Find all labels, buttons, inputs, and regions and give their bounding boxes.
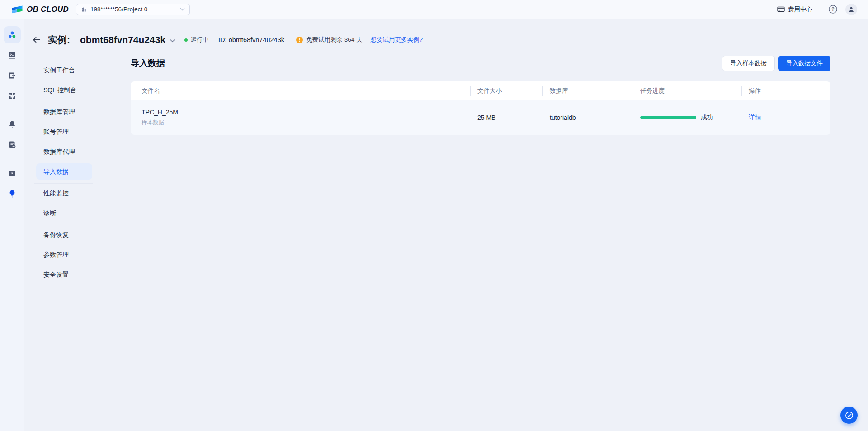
rail-item-videos[interactable] — [4, 165, 21, 182]
menu-divider — [34, 102, 93, 102]
topbar-right: 费用中心 ? — [777, 4, 857, 15]
sidebar-item-performance-monitoring[interactable]: 性能监控 — [36, 185, 92, 201]
sidebar-item-sql-console[interactable]: SQL 控制台 — [36, 82, 92, 98]
topbar: OB CLOUD 198******56/Project 0 — [0, 0, 868, 19]
rail-divider — [5, 110, 19, 110]
menu-divider — [34, 183, 93, 184]
column-header-file-name: 文件名 — [131, 81, 470, 100]
building-icon — [81, 6, 87, 12]
ob-cloud-logo[interactable]: OB CLOUD — [11, 5, 69, 14]
trial-more-link[interactable]: 想要试用更多实例? — [371, 36, 423, 44]
sidebar-item-security-settings[interactable]: 安全设置 — [36, 266, 92, 283]
lightbulb-tips-icon — [8, 189, 17, 198]
trial-text: 免费试用剩余 364 天 — [306, 36, 363, 44]
sql-console-icon — [8, 51, 17, 60]
rail-item-instances[interactable] — [4, 26, 21, 43]
task-status-fab[interactable] — [840, 407, 858, 424]
help-icon[interactable]: ? — [827, 4, 838, 15]
sidebar-item-parameter-management[interactable]: 参数管理 — [36, 246, 92, 263]
ob-cloud-logo-icon — [11, 5, 24, 14]
instances-icon — [7, 30, 17, 40]
audit-doc-check-icon — [8, 140, 17, 149]
left-icon-rail — [0, 19, 24, 431]
file-tag: 样本数据 — [142, 119, 470, 127]
rail-item-audit[interactable] — [4, 136, 21, 153]
sidebar-item-database-management[interactable]: 数据库管理 — [36, 104, 92, 120]
user-avatar-icon[interactable] — [845, 4, 857, 15]
billing-center-label: 费用中心 — [788, 5, 812, 14]
trial-badge: ! 免费试用剩余 364 天 — [296, 36, 363, 44]
cell-task-progress: 成功 — [633, 114, 741, 122]
sidebar-item-instance-workbench[interactable]: 实例工作台 — [36, 62, 92, 78]
chevron-down-icon — [180, 8, 185, 11]
sidebar-item-backup-restore[interactable]: 备份恢复 — [36, 227, 92, 243]
column-header-file-size: 文件大小 — [470, 81, 542, 100]
sidebar-item-diagnosis[interactable]: 诊断 — [36, 205, 92, 221]
page-title: 导入数据 — [131, 57, 165, 69]
topbar-divider — [820, 6, 820, 13]
import-data-file-button[interactable]: 导入数据文件 — [778, 56, 830, 71]
notifications-bell-icon — [8, 120, 17, 129]
svg-text:?: ? — [831, 6, 834, 12]
main-panel: 导入数据 导入样本数据 导入数据文件 文件名 文件大小 数据库 任务进度 操作 … — [131, 52, 830, 286]
rail-item-notifications[interactable] — [4, 116, 21, 133]
app-body: 实例: obmt68fvn74u243k 运行中 ID: obmt68fvn74… — [24, 19, 868, 431]
instance-name: obmt68fvn74u243k — [80, 34, 165, 45]
main-header: 导入数据 导入样本数据 导入数据文件 — [131, 54, 830, 72]
project-selector-value: 198******56/Project 0 — [90, 6, 147, 13]
warning-icon: ! — [296, 37, 303, 43]
rail-item-sql-console[interactable] — [4, 47, 21, 64]
instance-label: 实例: — [48, 33, 70, 46]
rail-item-migration[interactable] — [4, 67, 21, 84]
cell-database: tutorialdb — [542, 114, 633, 121]
header-actions: 导入样本数据 导入数据文件 — [722, 56, 830, 71]
status-text: 运行中 — [191, 36, 208, 44]
table-row: TPC_H_25M 样本数据 25 MB tutorialdb 成功 — [131, 100, 830, 135]
progress-status: 成功 — [701, 114, 713, 122]
column-header-task-progress: 任务进度 — [633, 81, 741, 100]
instance-chevron-down-icon[interactable] — [170, 39, 175, 43]
sidebar-menu: 实例工作台 SQL 控制台 数据库管理 账号管理 数据库代理 导入数据 性能监控… — [24, 52, 131, 286]
instance-id: ID: obmt68fvn74u243k — [218, 36, 284, 43]
cell-file-size: 25 MB — [470, 114, 542, 121]
content: 实例工作台 SQL 控制台 数据库管理 账号管理 数据库代理 导入数据 性能监控… — [24, 52, 868, 286]
rail-item-tips[interactable] — [4, 185, 21, 202]
rail-divider — [5, 159, 19, 159]
status-badge: 运行中 — [184, 36, 208, 44]
migration-icon — [8, 71, 17, 80]
sidebar-item-database-proxy[interactable]: 数据库代理 — [36, 143, 92, 160]
tenants-grid-icon — [8, 91, 17, 100]
instance-header: 实例: obmt68fvn74u243k 运行中 ID: obmt68fvn74… — [32, 29, 868, 51]
file-name: TPC_H_25M — [142, 109, 470, 116]
rail-item-tenants[interactable] — [4, 87, 21, 104]
back-arrow-icon[interactable] — [32, 35, 42, 45]
cell-file-name: TPC_H_25M 样本数据 — [131, 109, 470, 127]
status-dot-icon — [184, 38, 188, 42]
import-tasks-table: 文件名 文件大小 数据库 任务进度 操作 TPC_H_25M 样本数据 25 M… — [131, 81, 830, 135]
progress-bar — [640, 116, 696, 119]
column-header-actions: 操作 — [741, 81, 830, 100]
video-tutorial-icon — [8, 169, 17, 178]
check-circle-icon — [844, 411, 854, 420]
menu-divider — [34, 225, 93, 225]
billing-card-icon — [777, 6, 785, 12]
progress-bar-fill — [640, 116, 696, 119]
cell-actions: 详情 — [741, 114, 830, 122]
details-link[interactable]: 详情 — [749, 114, 761, 121]
table-header-row: 文件名 文件大小 数据库 任务进度 操作 — [131, 81, 830, 100]
import-sample-data-button[interactable]: 导入样本数据 — [722, 56, 775, 71]
brand-name: OB CLOUD — [27, 5, 69, 14]
billing-center-button[interactable]: 费用中心 — [777, 5, 812, 14]
project-selector[interactable]: 198******56/Project 0 — [76, 4, 190, 15]
sidebar-item-import-data[interactable]: 导入数据 — [36, 163, 92, 180]
sidebar-item-account-management[interactable]: 账号管理 — [36, 123, 92, 140]
column-header-database: 数据库 — [542, 81, 633, 100]
